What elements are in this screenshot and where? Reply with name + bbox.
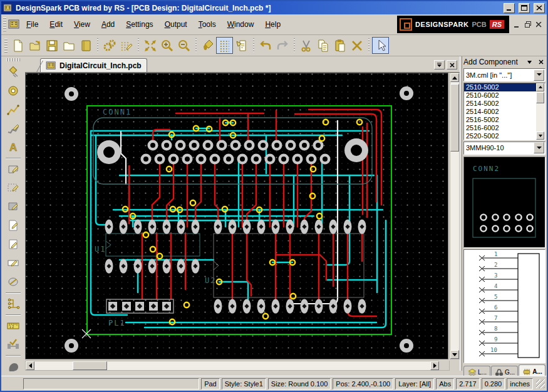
toolbar-grip[interactable] [3,18,6,31]
add-component-tool[interactable] [4,63,22,81]
dimension-tool[interactable] [4,336,22,353]
redo-button[interactable] [274,37,291,54]
scroll-right-button[interactable] [430,361,439,370]
svg-text:A: A [9,142,17,153]
menu-settings[interactable]: Settings [120,18,158,31]
measure-tool[interactable]: 1 2 [4,317,22,334]
delete-button[interactable] [348,37,365,54]
grid-settings-button[interactable] [118,37,135,54]
tab-close-button[interactable] [447,60,457,70]
document-tab[interactable]: DigitalCircuit_Inch.pcb [40,58,147,72]
net-tool[interactable] [4,295,22,312]
app-window: DesignSpark PCB wired by RS - [PCB Desig… [0,0,548,392]
component-list-scrollbar[interactable] [536,83,545,139]
add-track-tool[interactable] [4,101,22,118]
open-file-button[interactable] [26,37,43,54]
select-shape-tool[interactable] [4,179,22,197]
reports-button[interactable] [233,37,250,54]
toolbar-separator [194,38,198,53]
canvas-vertical-scrollbar[interactable] [450,73,460,359]
mdi-window-controls [509,21,547,28]
component-list-item[interactable]: 2516-5002 [464,116,545,124]
add-filled-shape-tool[interactable] [4,198,22,215]
toolbar-separator [292,38,296,53]
svg-text:2: 2 [494,262,497,268]
design-technology-button[interactable] [101,37,118,54]
undo-button[interactable] [257,37,274,54]
component-list-item[interactable]: 2520-5002 [464,132,545,140]
menu-window[interactable]: Window [222,18,260,31]
brand-rs-logo: RS [490,20,504,29]
library-combo-dropdown-button[interactable] [534,70,544,81]
toolbar-separator [251,38,256,53]
tab-menu-button[interactable] [434,60,445,70]
palette-separator [6,158,21,158]
paste-button[interactable] [331,37,348,54]
component-list-item[interactable]: 2514-6002 [464,108,545,116]
horizontal-scroll-thumb[interactable] [73,361,107,370]
select-mode-button[interactable] [372,37,389,54]
scroll-left-button[interactable] [26,361,34,370]
new-file-button[interactable] [9,37,26,54]
add-shape-doc-tool[interactable] [4,217,22,234]
add-shape-rectangle-tool[interactable] [4,254,22,272]
list-scroll-up-button[interactable] [536,83,544,91]
mdi-restore-icon[interactable] [525,21,531,28]
panel-close-button[interactable] [536,58,545,66]
minimize-button[interactable] [504,3,515,13]
cut-button[interactable] [297,37,314,54]
add-board-shape-tool[interactable] [4,160,22,178]
resize-grip[interactable] [536,379,545,388]
component-list-item[interactable]: 2514-5002 [464,100,545,108]
svg-text:8: 8 [494,326,497,332]
teardrop-tool[interactable] [4,358,22,375]
menu-tools[interactable]: Tools [193,18,222,31]
palette-grip[interactable] [6,58,20,61]
footprint-combo-dropdown-button[interactable] [534,142,544,153]
add-shape-circle-tool[interactable] [4,273,22,291]
panel-title: Add Component [463,58,523,66]
footprint-combo[interactable]: 3MMH90-10 [463,142,545,155]
add-shape-open-tool[interactable] [4,235,22,253]
add-connection-tool[interactable] [4,120,22,137]
canvas-horizontal-scrollbar[interactable] [25,361,450,371]
zoom-out-button[interactable] [175,37,192,54]
menu-edit[interactable]: Edit [44,18,68,31]
menu-add[interactable]: Add [96,18,120,31]
colors-button[interactable] [199,37,216,54]
save-button[interactable] [43,37,60,54]
maximize-button[interactable] [519,3,530,13]
footprint-combo-value: 3MMH90-10 [464,144,534,152]
scroll-down-button[interactable] [450,350,459,359]
document-tab-bar: DigitalCircuit_Inch.pcb [25,56,460,73]
libraries-button[interactable] [77,37,94,54]
mdi-minimize-icon[interactable] [514,22,520,28]
component-list-item[interactable]: 2510-5002 [464,83,545,91]
grid-toggle-button[interactable] [216,37,233,54]
main-toolbar-grip[interactable] [4,39,8,53]
zoom-in-button[interactable] [158,37,175,54]
component-list-item[interactable]: 2510-6002 [464,91,545,100]
menu-output[interactable]: Output [159,18,193,31]
library-combo-value: 3M.cml [in "..."] [464,71,534,79]
pcb-canvas[interactable]: CONN1 U1 U2 PL1 [25,73,448,359]
list-scroll-down-button[interactable] [536,132,544,140]
scroll-up-button[interactable] [450,73,459,82]
add-text-tool[interactable]: A [4,138,22,156]
close-design-button[interactable] [60,37,77,54]
vertical-scroll-thumb[interactable] [450,84,459,152]
component-list-item[interactable]: 2516-6002 [464,124,545,132]
copy-button[interactable] [314,37,331,54]
close-button[interactable] [534,3,545,13]
panel-menu-button[interactable] [525,58,534,66]
footprint-preview: CONN2 [463,157,545,248]
library-combo[interactable]: 3M.cml [in "..."] [463,68,545,81]
menu-view[interactable]: View [68,18,96,31]
list-scroll-thumb[interactable] [536,92,544,103]
menu-file[interactable]: File [21,18,44,31]
component-list[interactable]: 2510-5002 2510-6002 2514-5002 2514-6002 … [463,83,545,140]
mdi-close-icon[interactable] [536,22,542,28]
add-pad-tool[interactable] [4,82,22,100]
zoom-extents-button[interactable] [142,37,158,54]
menu-help[interactable]: Help [259,18,286,31]
